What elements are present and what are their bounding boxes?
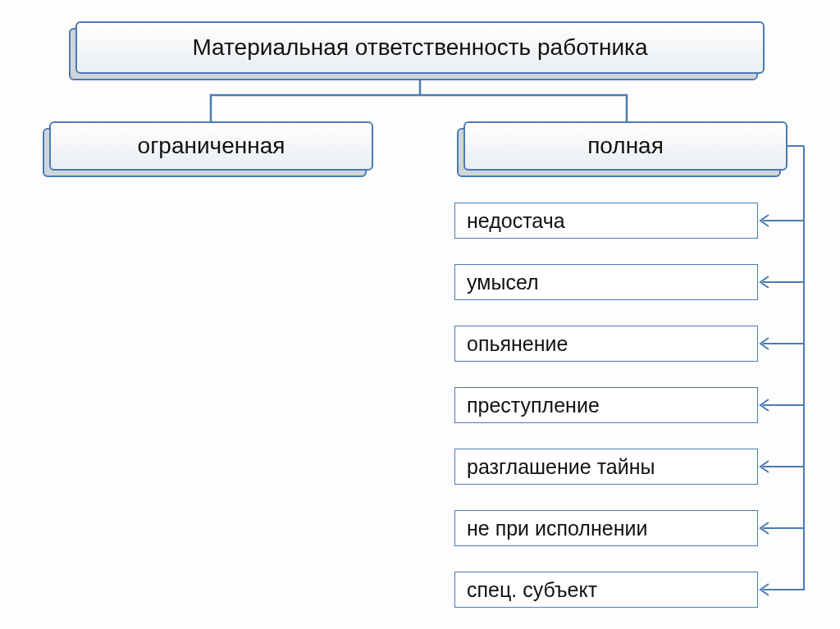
diagram-canvas: Материальная ответственность работника о… [0,0,840,629]
node-face: ограниченная [49,121,373,171]
node-face: полная [463,121,788,171]
leaf-node: преступление [454,387,758,423]
node-face: Материальная ответственность работника [75,21,765,74]
root-node: Материальная ответственность работника [75,21,765,74]
branch-label: полная [587,133,664,159]
leaf-label: умысел [467,271,539,294]
leaf-label: не при исполнении [467,517,647,540]
leaf-node: опьянение [454,326,758,362]
leaf-node: не при исполнении [454,510,758,546]
leaf-node: недостача [454,203,758,239]
branch-node-full: полная [463,121,788,171]
leaf-label: опьянение [467,332,568,356]
branch-node-limited: ограниченная [49,121,373,171]
leaf-label: недостача [467,209,565,233]
leaf-node: спец. субъект [454,572,758,608]
root-label: Материальная ответственность работника [192,34,647,61]
leaf-label: спец. субъект [467,578,597,602]
leaf-node: умысел [454,264,758,300]
leaf-label: преступление [467,394,600,417]
leaf-label: разглашение тайны [467,455,655,479]
branch-label: ограниченная [138,133,285,159]
leaf-node: разглашение тайны [454,449,758,485]
